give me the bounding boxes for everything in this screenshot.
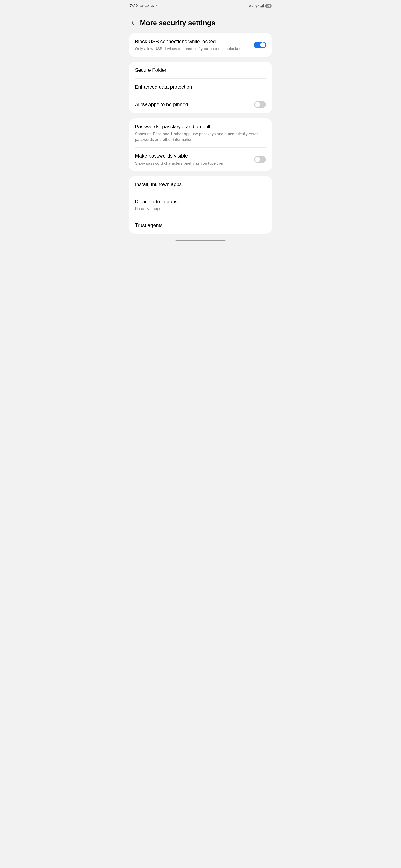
row-device-admin[interactable]: Device admin apps No active apps	[129, 193, 272, 217]
row-enhanced-data[interactable]: Enhanced data protection	[129, 79, 272, 95]
svg-point-4	[249, 5, 251, 6]
row-block-usb[interactable]: Block USB connections while locked Only …	[129, 33, 272, 57]
toggle-make-visible[interactable]	[254, 156, 266, 163]
block-usb-title: Block USB connections while locked	[135, 38, 252, 45]
key-icon	[249, 5, 254, 7]
block-usb-subtitle: Only allow USB devices to connect if you…	[135, 46, 252, 52]
dot-icon	[156, 5, 157, 6]
status-right: 30	[249, 4, 271, 8]
row-passwords-autofill[interactable]: Passwords, passkeys, and autofill Samsun…	[129, 118, 272, 148]
nav-handle[interactable]	[175, 240, 226, 241]
secure-folder-title: Secure Folder	[135, 67, 266, 73]
status-left: 7:22	[130, 4, 157, 8]
passwords-autofill-subtitle: Samsung Pass and 1 other app use passkey…	[135, 131, 266, 142]
card-passwords: Passwords, passkeys, and autofill Samsun…	[129, 118, 272, 171]
image-icon	[140, 4, 143, 7]
card-usb: Block USB connections while locked Only …	[129, 33, 272, 57]
card-apps: Install unknown apps Device admin apps N…	[129, 176, 272, 234]
row-make-visible[interactable]: Make passwords visible Show password cha…	[129, 148, 272, 171]
card-security-features: Secure Folder Enhanced data protection A…	[129, 62, 272, 113]
toggle-allow-pinned[interactable]	[254, 101, 266, 108]
page-title: More security settings	[140, 19, 215, 27]
device-admin-subtitle: No active apps	[135, 206, 266, 212]
svg-rect-6	[260, 7, 261, 7]
device-admin-title: Device admin apps	[135, 198, 266, 205]
svg-point-1	[141, 5, 141, 6]
svg-rect-7	[261, 6, 262, 7]
battery-level: 30	[265, 4, 271, 8]
install-unknown-title: Install unknown apps	[135, 181, 266, 188]
row-install-unknown[interactable]: Install unknown apps	[129, 176, 272, 193]
make-visible-subtitle: Show password characters briefly as you …	[135, 161, 252, 166]
allow-pinned-title: Allow apps to be pinned	[135, 101, 246, 108]
svg-rect-8	[262, 5, 263, 7]
warning-icon	[151, 4, 154, 8]
battery-small-icon	[145, 5, 149, 7]
svg-rect-2	[145, 5, 148, 7]
trust-agents-title: Trust agents	[135, 222, 266, 229]
page-header: More security settings	[125, 10, 276, 33]
status-bar: 7:22 30	[125, 0, 276, 10]
signal-icon	[260, 4, 264, 7]
wifi-icon	[255, 4, 259, 7]
svg-rect-9	[263, 4, 264, 7]
enhanced-data-title: Enhanced data protection	[135, 84, 266, 90]
passwords-autofill-title: Passwords, passkeys, and autofill	[135, 123, 266, 130]
status-time: 7:22	[130, 4, 138, 8]
toggle-block-usb[interactable]	[254, 41, 266, 48]
row-trust-agents[interactable]: Trust agents	[129, 217, 272, 234]
row-secure-folder[interactable]: Secure Folder	[129, 62, 272, 79]
row-allow-pinned[interactable]: Allow apps to be pinned	[129, 96, 272, 113]
svg-rect-3	[149, 5, 149, 6]
vertical-divider	[250, 101, 250, 108]
make-visible-title: Make passwords visible	[135, 153, 252, 159]
back-button[interactable]	[130, 20, 136, 26]
svg-point-5	[257, 7, 257, 7]
